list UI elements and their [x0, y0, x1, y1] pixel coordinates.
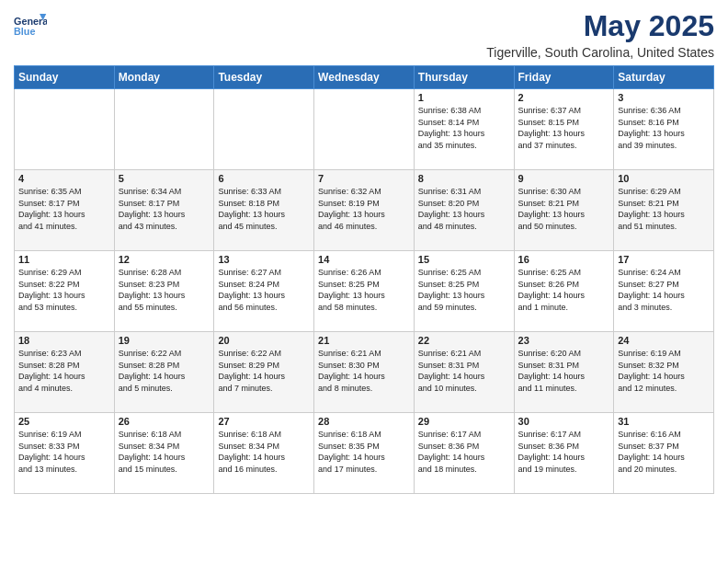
day-number: 25	[18, 416, 110, 427]
day-number: 5	[119, 173, 210, 184]
col-monday: Monday	[114, 66, 214, 89]
day-info: Sunrise: 6:25 AM Sunset: 8:25 PM Dayligh…	[418, 267, 510, 313]
calendar-cell: 13Sunrise: 6:27 AM Sunset: 8:24 PM Dayli…	[214, 251, 314, 332]
calendar-cell: 19Sunrise: 6:22 AM Sunset: 8:28 PM Dayli…	[114, 332, 214, 413]
day-number: 22	[418, 335, 510, 346]
day-info: Sunrise: 6:23 AM Sunset: 8:28 PM Dayligh…	[18, 348, 110, 394]
day-number: 29	[418, 416, 510, 427]
calendar-cell	[314, 89, 415, 170]
calendar-cell: 2Sunrise: 6:37 AM Sunset: 8:15 PM Daylig…	[514, 89, 614, 170]
calendar-cell: 11Sunrise: 6:29 AM Sunset: 8:22 PM Dayli…	[15, 251, 115, 332]
calendar-cell: 25Sunrise: 6:19 AM Sunset: 8:33 PM Dayli…	[15, 413, 115, 494]
calendar-cell: 29Sunrise: 6:17 AM Sunset: 8:36 PM Dayli…	[414, 413, 514, 494]
day-info: Sunrise: 6:20 AM Sunset: 8:31 PM Dayligh…	[518, 348, 610, 394]
day-info: Sunrise: 6:27 AM Sunset: 8:24 PM Dayligh…	[218, 267, 310, 313]
col-thursday: Thursday	[414, 66, 514, 89]
calendar-cell: 17Sunrise: 6:24 AM Sunset: 8:27 PM Dayli…	[614, 251, 714, 332]
calendar-week-4: 25Sunrise: 6:19 AM Sunset: 8:33 PM Dayli…	[15, 413, 714, 494]
day-info: Sunrise: 6:17 AM Sunset: 8:36 PM Dayligh…	[518, 429, 610, 475]
calendar-cell: 14Sunrise: 6:26 AM Sunset: 8:25 PM Dayli…	[314, 251, 415, 332]
day-info: Sunrise: 6:18 AM Sunset: 8:35 PM Dayligh…	[318, 429, 410, 475]
day-number: 10	[618, 173, 710, 184]
day-number: 23	[518, 335, 610, 346]
day-info: Sunrise: 6:24 AM Sunset: 8:27 PM Dayligh…	[618, 267, 710, 313]
day-info: Sunrise: 6:21 AM Sunset: 8:30 PM Dayligh…	[318, 348, 410, 394]
calendar-cell: 23Sunrise: 6:20 AM Sunset: 8:31 PM Dayli…	[514, 332, 614, 413]
col-wednesday: Wednesday	[314, 66, 415, 89]
day-number: 14	[318, 254, 410, 265]
day-number: 1	[418, 92, 510, 103]
day-number: 13	[218, 254, 310, 265]
calendar-cell: 12Sunrise: 6:28 AM Sunset: 8:23 PM Dayli…	[114, 251, 214, 332]
day-info: Sunrise: 6:29 AM Sunset: 8:21 PM Dayligh…	[618, 186, 710, 232]
calendar-week-3: 18Sunrise: 6:23 AM Sunset: 8:28 PM Dayli…	[15, 332, 714, 413]
calendar-week-1: 4Sunrise: 6:35 AM Sunset: 8:17 PM Daylig…	[15, 170, 714, 251]
calendar-cell: 27Sunrise: 6:18 AM Sunset: 8:34 PM Dayli…	[214, 413, 314, 494]
logo-image: General Blue	[14, 9, 47, 42]
col-friday: Friday	[514, 66, 614, 89]
calendar-cell: 5Sunrise: 6:34 AM Sunset: 8:17 PM Daylig…	[114, 170, 214, 251]
calendar-week-2: 11Sunrise: 6:29 AM Sunset: 8:22 PM Dayli…	[15, 251, 714, 332]
calendar-cell	[114, 89, 214, 170]
calendar-cell: 7Sunrise: 6:32 AM Sunset: 8:19 PM Daylig…	[314, 170, 415, 251]
calendar-cell: 26Sunrise: 6:18 AM Sunset: 8:34 PM Dayli…	[114, 413, 214, 494]
day-info: Sunrise: 6:22 AM Sunset: 8:28 PM Dayligh…	[119, 348, 210, 394]
day-info: Sunrise: 6:22 AM Sunset: 8:29 PM Dayligh…	[218, 348, 310, 394]
day-number: 31	[618, 416, 710, 427]
calendar-cell: 30Sunrise: 6:17 AM Sunset: 8:36 PM Dayli…	[514, 413, 614, 494]
day-number: 19	[119, 335, 210, 346]
calendar-cell: 16Sunrise: 6:25 AM Sunset: 8:26 PM Dayli…	[514, 251, 614, 332]
day-number: 20	[218, 335, 310, 346]
calendar-cell	[15, 89, 115, 170]
day-info: Sunrise: 6:30 AM Sunset: 8:21 PM Dayligh…	[518, 186, 610, 232]
page: General Blue May 2025 Tigerville, South …	[0, 0, 728, 503]
day-info: Sunrise: 6:35 AM Sunset: 8:17 PM Dayligh…	[18, 186, 110, 232]
day-info: Sunrise: 6:26 AM Sunset: 8:25 PM Dayligh…	[318, 267, 410, 313]
title-section: May 2025 Tigerville, South Carolina, Uni…	[486, 9, 714, 60]
day-number: 3	[618, 92, 710, 103]
day-info: Sunrise: 6:18 AM Sunset: 8:34 PM Dayligh…	[119, 429, 210, 475]
day-number: 2	[518, 92, 610, 103]
calendar-cell: 4Sunrise: 6:35 AM Sunset: 8:17 PM Daylig…	[15, 170, 115, 251]
col-sunday: Sunday	[15, 66, 115, 89]
day-info: Sunrise: 6:33 AM Sunset: 8:18 PM Dayligh…	[218, 186, 310, 232]
svg-text:Blue: Blue	[14, 26, 35, 37]
day-number: 24	[618, 335, 710, 346]
day-info: Sunrise: 6:25 AM Sunset: 8:26 PM Dayligh…	[518, 267, 610, 313]
calendar-cell: 22Sunrise: 6:21 AM Sunset: 8:31 PM Dayli…	[414, 332, 514, 413]
calendar-cell: 31Sunrise: 6:16 AM Sunset: 8:37 PM Dayli…	[614, 413, 714, 494]
location: Tigerville, South Carolina, United State…	[486, 45, 714, 60]
day-info: Sunrise: 6:31 AM Sunset: 8:20 PM Dayligh…	[418, 186, 510, 232]
day-info: Sunrise: 6:28 AM Sunset: 8:23 PM Dayligh…	[119, 267, 210, 313]
day-info: Sunrise: 6:19 AM Sunset: 8:32 PM Dayligh…	[618, 348, 710, 394]
day-info: Sunrise: 6:18 AM Sunset: 8:34 PM Dayligh…	[218, 429, 310, 475]
day-number: 17	[618, 254, 710, 265]
col-saturday: Saturday	[614, 66, 714, 89]
logo-icon: General Blue	[14, 9, 47, 42]
day-info: Sunrise: 6:29 AM Sunset: 8:22 PM Dayligh…	[18, 267, 110, 313]
calendar-cell: 9Sunrise: 6:30 AM Sunset: 8:21 PM Daylig…	[514, 170, 614, 251]
day-info: Sunrise: 6:37 AM Sunset: 8:15 PM Dayligh…	[518, 105, 610, 151]
calendar-cell: 28Sunrise: 6:18 AM Sunset: 8:35 PM Dayli…	[314, 413, 415, 494]
day-info: Sunrise: 6:36 AM Sunset: 8:16 PM Dayligh…	[618, 105, 710, 151]
day-number: 4	[18, 173, 110, 184]
day-number: 12	[119, 254, 210, 265]
calendar-cell: 1Sunrise: 6:38 AM Sunset: 8:14 PM Daylig…	[414, 89, 514, 170]
day-info: Sunrise: 6:34 AM Sunset: 8:17 PM Dayligh…	[119, 186, 210, 232]
day-number: 9	[518, 173, 610, 184]
calendar-week-0: 1Sunrise: 6:38 AM Sunset: 8:14 PM Daylig…	[15, 89, 714, 170]
day-number: 30	[518, 416, 610, 427]
day-number: 11	[18, 254, 110, 265]
col-tuesday: Tuesday	[214, 66, 314, 89]
calendar-table: Sunday Monday Tuesday Wednesday Thursday…	[14, 65, 714, 494]
day-number: 28	[318, 416, 410, 427]
day-number: 16	[518, 254, 610, 265]
day-info: Sunrise: 6:17 AM Sunset: 8:36 PM Dayligh…	[418, 429, 510, 475]
day-number: 15	[418, 254, 510, 265]
month-title: May 2025	[486, 9, 714, 43]
calendar-cell: 18Sunrise: 6:23 AM Sunset: 8:28 PM Dayli…	[15, 332, 115, 413]
day-info: Sunrise: 6:32 AM Sunset: 8:19 PM Dayligh…	[318, 186, 410, 232]
calendar-cell: 20Sunrise: 6:22 AM Sunset: 8:29 PM Dayli…	[214, 332, 314, 413]
day-number: 7	[318, 173, 410, 184]
day-number: 27	[218, 416, 310, 427]
